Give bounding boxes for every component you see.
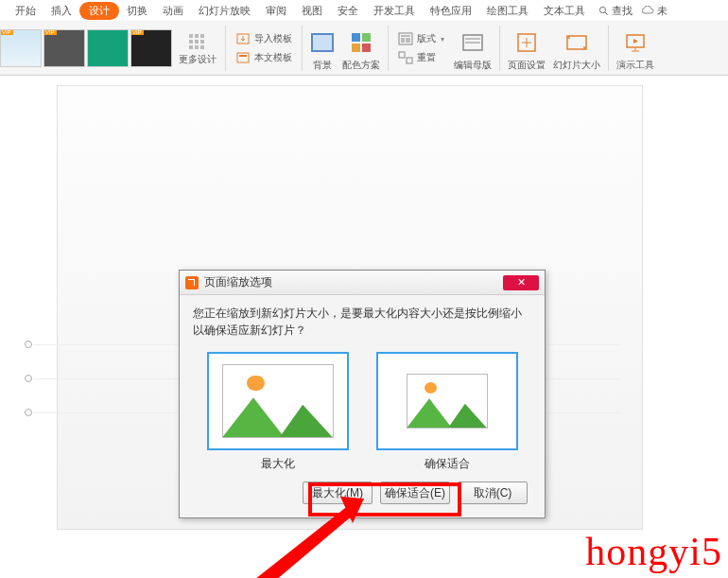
page-zoom-dialog: 页面缩放选项 ✕ 您正在缩放到新幻灯片大小，是要最大化内容大小还是按比例缩小以确… [179, 270, 546, 518]
menu-devtools[interactable]: 开发工具 [366, 2, 423, 20]
page-setup-label: 页面设置 [508, 59, 546, 72]
menu-insert[interactable]: 插入 [43, 2, 79, 20]
svg-rect-22 [567, 36, 586, 49]
template-thumb[interactable]: VIP [130, 29, 172, 67]
template-icon [235, 50, 251, 65]
background-label: 背景 [313, 60, 332, 70]
option-ensure-fit-label: 确保适合 [376, 456, 518, 472]
option-ensure-fit[interactable]: 确保适合 [376, 352, 518, 472]
menu-bar: 开始 插入 设计 切换 动画 幻灯片放映 审阅 视图 安全 开发工具 特色应用 … [0, 0, 728, 21]
outline-dot[interactable] [25, 375, 32, 382]
option-ensure-fit-frame[interactable] [376, 352, 518, 450]
color-scheme-button[interactable]: 配色方案 [338, 23, 384, 74]
svg-rect-14 [401, 38, 405, 43]
svg-rect-8 [352, 33, 360, 42]
color-scheme-icon [349, 30, 373, 55]
separator [302, 26, 303, 71]
menu-slideshow[interactable]: 幻灯片放映 [191, 2, 258, 20]
menu-texttools[interactable]: 文本工具 [536, 2, 593, 20]
template-thumb[interactable] [87, 29, 129, 67]
ensure-fit-button[interactable]: 确保适合(E) [380, 482, 450, 504]
menu-drawtools[interactable]: 绘图工具 [479, 2, 536, 20]
outline-dot[interactable] [25, 341, 32, 348]
cloud-sync[interactable]: 未 [642, 4, 667, 18]
page-setup-icon [514, 30, 539, 55]
cancel-button[interactable]: 取消(C) [458, 482, 528, 504]
workspace: 页面缩放选项 ✕ 您正在缩放到新幻灯片大小，是要最大化内容大小还是按比例缩小以确… [0, 76, 728, 578]
slide-size-button[interactable]: 幻灯片大小 [549, 23, 604, 74]
svg-rect-9 [362, 33, 371, 42]
menu-security[interactable]: 安全 [330, 2, 366, 20]
template-thumbs: VIP VIP VIP [0, 21, 174, 75]
svg-line-1 [605, 11, 608, 14]
import-icon [235, 31, 251, 46]
maximize-button[interactable]: 最大化(M) [303, 482, 373, 504]
reset-label: 重置 [417, 51, 436, 64]
ribbon: VIP VIP VIP 更多设计 导入模板 本文模板 背景 配色方案 版式 [0, 21, 728, 76]
outline-dots [25, 341, 32, 416]
find-button[interactable]: 查找 [598, 4, 633, 18]
dialog-body: 您正在缩放到新幻灯片大小，是要最大化内容大小还是按比例缩小以确保适应新幻灯片？ … [180, 295, 545, 517]
svg-rect-6 [312, 34, 333, 51]
template-thumb[interactable]: VIP [43, 29, 85, 67]
template-thumb[interactable]: VIP [0, 29, 42, 67]
outline-dot[interactable] [25, 409, 32, 416]
menu-special[interactable]: 特色应用 [423, 2, 479, 20]
menu-design[interactable]: 设计 [79, 2, 119, 20]
dialog-title: 页面缩放选项 [204, 274, 497, 290]
svg-rect-11 [362, 44, 371, 52]
grid-icon [189, 34, 206, 51]
svg-point-0 [599, 7, 605, 12]
find-label: 查找 [612, 4, 633, 18]
dialog-message: 您正在缩放到新幻灯片大小，是要最大化内容大小还是按比例缩小以确保适应新幻灯片？ [193, 305, 531, 339]
this-template-button[interactable]: 本文模板 [234, 49, 294, 66]
app-logo-icon [185, 276, 199, 289]
picture-icon [222, 364, 334, 438]
separator [225, 26, 226, 71]
reset-button[interactable]: 重置 [396, 49, 446, 66]
cloud-icon [642, 6, 655, 15]
menu-transition[interactable]: 切换 [119, 2, 155, 20]
background-button[interactable]: 背景 [306, 23, 338, 74]
slide-size-icon [564, 30, 589, 55]
menu-start[interactable]: 开始 [8, 2, 43, 20]
separator [499, 26, 500, 71]
menu-view[interactable]: 视图 [294, 2, 330, 20]
more-design-button[interactable]: 更多设计 [174, 30, 221, 66]
search-icon [598, 6, 609, 16]
dialog-buttons: 最大化(M) 确保适合(E) 取消(C) [193, 482, 531, 504]
dialog-titlebar[interactable]: 页面缩放选项 ✕ [180, 271, 545, 295]
present-tools-icon [623, 30, 648, 55]
svg-rect-16 [399, 52, 405, 58]
background-icon [310, 30, 335, 55]
option-maximize[interactable]: 最大化 [207, 352, 349, 472]
reset-icon [398, 50, 413, 65]
edit-master-label: 编辑母版 [454, 59, 492, 72]
picture-icon [407, 374, 488, 429]
svg-rect-13 [401, 35, 410, 37]
option-maximize-label: 最大化 [207, 456, 349, 472]
dialog-close-button[interactable]: ✕ [503, 275, 539, 290]
separator [608, 26, 609, 71]
import-template-button[interactable]: 导入模板 [234, 30, 294, 47]
present-tools-button[interactable]: 演示工具 [613, 23, 658, 74]
page-setup-button[interactable]: 页面设置 [504, 23, 549, 74]
option-maximize-frame[interactable] [207, 352, 349, 450]
present-tools-label: 演示工具 [616, 60, 654, 70]
layout-button[interactable]: 版式 [396, 30, 446, 47]
separator [388, 26, 389, 71]
layout-icon [398, 31, 413, 46]
edit-master-icon [460, 30, 485, 55]
slide-size-label: 幻灯片大小 [553, 60, 600, 70]
this-template-label: 本文模板 [254, 51, 292, 64]
more-design-label: 更多设计 [174, 53, 221, 66]
menu-animation[interactable]: 动画 [155, 2, 191, 20]
svg-rect-4 [239, 55, 247, 57]
edit-master-button[interactable]: 编辑母版 [450, 23, 495, 74]
layout-group: 版式 重置 [392, 28, 450, 68]
menu-review[interactable]: 审阅 [258, 2, 294, 20]
svg-rect-17 [407, 58, 412, 63]
cloud-tail: 未 [657, 4, 667, 18]
color-scheme-label: 配色方案 [342, 60, 380, 70]
import-template-label: 导入模板 [254, 32, 292, 45]
